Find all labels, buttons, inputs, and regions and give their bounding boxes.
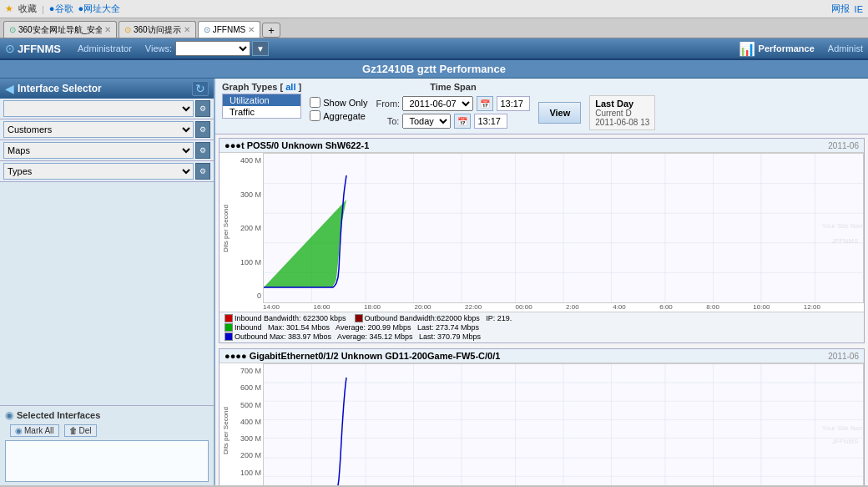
- nav-admin[interactable]: Administrator: [78, 43, 132, 53]
- selected-interfaces-label: Selected Interfaces: [17, 410, 100, 420]
- types-config-btn[interactable]: ⚙: [195, 163, 210, 180]
- maps-section: Maps ⚙: [0, 140, 214, 161]
- aggregate-checkbox[interactable]: [310, 110, 320, 121]
- show-only-checkbox-label[interactable]: Show Only: [310, 97, 367, 108]
- views-dropdown-btn[interactable]: ▼: [252, 41, 269, 56]
- from-date-select[interactable]: 2011-06-07: [402, 96, 473, 111]
- chart-1-header: ●●●t POS5/0 Unknown ShW622-1: [225, 140, 369, 150]
- y-axis-label-1: Dits per Second: [222, 205, 230, 252]
- time-current2: 2011-06-08 13: [595, 118, 649, 127]
- customers-section: Customers ⚙: [0, 119, 214, 140]
- tab-label-1: 360安全网址导航_安全...: [18, 24, 102, 36]
- from-cal-btn[interactable]: 📅: [477, 96, 493, 111]
- sidebar-arrow-icon: ◀: [5, 82, 14, 95]
- sidebar-refresh-icon[interactable]: ↻: [192, 81, 209, 96]
- y1-200: 200 M: [233, 224, 261, 232]
- admin-right-label: Administ: [828, 43, 863, 53]
- chart-2: ●●●● GigabitEthernet0/1/2 Unknown GD11-2…: [219, 348, 865, 485]
- tab-icon-2: ⊙: [124, 25, 131, 34]
- separator: |: [42, 4, 44, 14]
- google-link[interactable]: ●谷歌: [49, 3, 73, 15]
- tab-close-2[interactable]: ✕: [184, 25, 190, 34]
- chart-2-svg: Your Site Name JFFNMS: [264, 364, 863, 485]
- del-button[interactable]: 🗑 Del: [64, 424, 97, 437]
- mark-all-icon: ◉: [15, 426, 23, 435]
- selected-box: [5, 440, 209, 482]
- to-time-input[interactable]: [474, 114, 507, 129]
- sidebar-title: Interface Selector: [18, 83, 102, 94]
- controls-bar: Graph Types [ all ] Utilization Traffic …: [215, 79, 868, 134]
- favorites-icon: ★: [5, 3, 13, 14]
- aggregate-checkbox-label[interactable]: Aggregate: [310, 110, 367, 121]
- selected-interfaces-section: ◉ Selected Interfaces ◉ Mark All 🗑 Del: [0, 405, 214, 485]
- time-span-section: Time Span From: 2011-06-07 📅 To: Today 📅: [376, 82, 530, 129]
- y2-500: 500 M: [233, 401, 261, 409]
- to-cal-btn[interactable]: 📅: [454, 114, 471, 129]
- y2-200: 200 M: [233, 451, 261, 459]
- bracket-close: ]: [299, 82, 302, 92]
- tab-1[interactable]: ⊙ 360安全网址导航_安全... ✕: [3, 21, 117, 38]
- show-only-checkbox[interactable]: [310, 97, 320, 108]
- tab-close-3[interactable]: ✕: [248, 25, 255, 34]
- all-link[interactable]: all: [285, 82, 295, 92]
- time-preset-title: Last Day: [595, 99, 649, 109]
- to-date-select[interactable]: Today: [402, 114, 451, 129]
- svg-text:Your Site Name: Your Site Name: [822, 424, 863, 432]
- device-select[interactable]: [3, 100, 194, 117]
- svg-text:JFFNMS: JFFNMS: [832, 438, 859, 445]
- graph-item-utilization[interactable]: Utilization: [223, 94, 300, 106]
- selected-interfaces-icon: ◉: [5, 409, 13, 421]
- graph-types-section: Graph Types [ all ] Utilization Traffic: [222, 82, 301, 119]
- y1-100: 100 M: [233, 258, 261, 266]
- perf-chart-icon: 📊: [739, 41, 755, 57]
- checkboxes-section: Show Only Aggregate: [310, 82, 367, 121]
- tab-icon-3: ⊙: [204, 25, 210, 34]
- from-time-input[interactable]: [497, 96, 530, 111]
- trash-icon: 🗑: [69, 426, 78, 435]
- mark-all-button[interactable]: ◉ Mark All: [10, 424, 59, 437]
- tab-icon-1: ⊙: [9, 25, 16, 34]
- y2-400: 400 M: [233, 418, 261, 426]
- y-axis-label-2: Dits per Second: [222, 407, 230, 454]
- page-title: Gz12410B gztt Performance: [0, 60, 868, 79]
- perf-label[interactable]: Performance: [759, 43, 815, 53]
- tab-3[interactable]: ⊙ JFFNMS ✕: [198, 21, 260, 38]
- views-select[interactable]: [175, 41, 250, 56]
- tab-2[interactable]: ⊙ 360访问提示 ✕: [119, 21, 196, 38]
- customers-config-btn[interactable]: ⚙: [195, 121, 210, 138]
- y1-0: 0: [233, 292, 261, 300]
- view-button[interactable]: View: [538, 102, 581, 124]
- sidebar: ◀ Interface Selector ↻ ⚙ Customers ⚙: [0, 79, 215, 485]
- charts-area: ●●●t POS5/0 Unknown ShW622-1 2011-06 Dit…: [215, 134, 868, 485]
- app-logo: JFFNMS: [18, 43, 61, 55]
- chart-1-plot: Your Site Name JFFNMS: [263, 153, 864, 303]
- maps-select[interactable]: Maps: [3, 142, 194, 159]
- nav-link[interactable]: ●网址大全: [78, 3, 121, 15]
- y1-300: 300 M: [233, 190, 261, 199]
- graph-item-traffic[interactable]: Traffic: [223, 106, 300, 118]
- svg-text:Your Site Name: Your Site Name: [822, 222, 863, 230]
- tab-label-2: 360访问提示: [134, 24, 181, 36]
- browser-icon: IE: [855, 4, 863, 14]
- y2-100: 100 M: [233, 469, 261, 477]
- chart-2-plot: Your Site Name JFFNMS: [263, 363, 864, 485]
- device-config-btn[interactable]: ⚙: [195, 100, 210, 117]
- types-section: Types ⚙: [0, 161, 214, 182]
- favorites-label: 收藏: [18, 3, 37, 15]
- from-label: From:: [376, 99, 399, 109]
- maps-config-btn[interactable]: ⚙: [195, 142, 210, 159]
- new-tab-button[interactable]: +: [262, 23, 280, 38]
- y1-400: 400 M: [233, 156, 261, 165]
- tab-close-1[interactable]: ✕: [104, 25, 111, 34]
- news-link[interactable]: 网报: [831, 3, 850, 15]
- svg-marker-15: [264, 200, 346, 287]
- to-label: To:: [376, 116, 399, 126]
- chart-1: ●●●t POS5/0 Unknown ShW622-1 2011-06 Dit…: [219, 138, 865, 343]
- app-logo-icon: ⊙: [5, 42, 15, 55]
- svg-text:JFFNMS: JFFNMS: [832, 237, 859, 245]
- x-axis-1: 14:0016:0018:0020:0022:0000:002:004:006:…: [220, 303, 864, 312]
- time-current: Current D: [595, 109, 649, 118]
- types-select[interactable]: Types: [3, 163, 194, 180]
- graph-types-label: Graph Types: [222, 82, 277, 92]
- customers-select[interactable]: Customers: [3, 121, 194, 138]
